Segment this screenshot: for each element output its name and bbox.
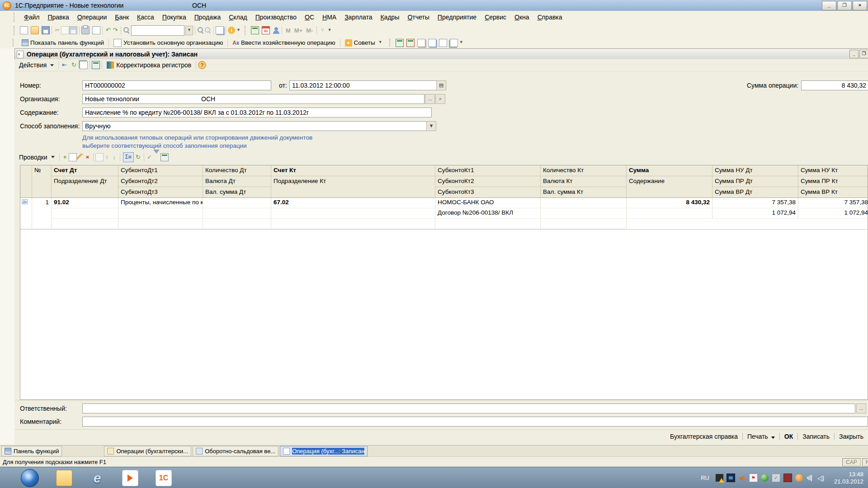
fill-method-dropdown-icon[interactable]: ▼: [426, 121, 436, 131]
doc-minimize-button[interactable]: _: [849, 50, 859, 58]
col-schet-dt[interactable]: Счет Дт: [52, 165, 118, 176]
col-kolichestvo-dt[interactable]: Количество Дт: [203, 165, 271, 176]
cell-valyuta-dt[interactable]: [203, 208, 271, 219]
actions-menu-button[interactable]: Действия: [16, 61, 57, 70]
internet-explorer-icon[interactable]: e: [90, 470, 105, 486]
menu-file[interactable]: Файл: [20, 12, 43, 22]
account-analysis-icon[interactable]: [428, 39, 436, 47]
open-icon[interactable]: [31, 26, 39, 34]
cell-subkonto-kt3[interactable]: [203, 219, 271, 229]
responsible-more-button[interactable]: ...: [856, 404, 866, 413]
user-search-icon[interactable]: [273, 27, 280, 34]
document-movements-list-icon[interactable]: [92, 61, 100, 69]
cell-val-summa-dt[interactable]: [118, 219, 203, 229]
fill-method-select[interactable]: Вручную: [82, 121, 436, 131]
set-flag-icon[interactable]: ✓: [146, 154, 153, 161]
device-tray-icon[interactable]: [783, 474, 792, 482]
operation-sum-field[interactable]: 8 430,32: [801, 80, 868, 90]
menu-salary[interactable]: Зарплата: [340, 12, 376, 22]
col-val-summa-kt[interactable]: Вал. сумма Кт: [541, 187, 627, 198]
show-totals-toggle[interactable]: Σн: [123, 152, 134, 162]
cell-kolichestvo-dt[interactable]: [203, 198, 271, 208]
cell-summa-nu-dt[interactable]: 7 357,38: [712, 198, 798, 208]
tab-operation-document[interactable]: Операция (бухг...: Записан: [280, 446, 368, 456]
copy-icon[interactable]: [61, 26, 69, 34]
redo-icon[interactable]: ↷: [112, 27, 119, 34]
menu-hr[interactable]: Кадры: [376, 12, 403, 22]
col-subkonto-dt3[interactable]: СубконтоДт3: [118, 187, 203, 198]
repost-icon[interactable]: ↻: [70, 61, 77, 69]
col-subkonto-dt1[interactable]: СубконтоДт1: [118, 165, 203, 176]
set-main-org-button[interactable]: Установить основную организацию: [111, 38, 225, 48]
move-up-icon[interactable]: ↑: [104, 154, 111, 161]
col-valyuta-kt[interactable]: Валюта Кт: [541, 176, 627, 187]
col-subkonto-dt2[interactable]: СубконтоДт2: [118, 176, 203, 187]
col-subkonto-kt3[interactable]: СубконтоКт3: [435, 187, 541, 198]
col-soderzhanie[interactable]: Содержание: [627, 176, 712, 198]
paste-icon[interactable]: [69, 26, 77, 34]
tab-turnover-balance[interactable]: Оборотно-сальдовая ве...: [193, 446, 278, 456]
accounting-reference-button[interactable]: Бухгалтерская справка: [665, 432, 742, 441]
menu-service[interactable]: Сервис: [481, 12, 510, 22]
menu-cash[interactable]: Касса: [133, 12, 158, 22]
volume-tray-icon[interactable]: ◁): [817, 474, 825, 482]
date-field[interactable]: 11.03.2012 12:00:00: [289, 80, 437, 90]
menu-nma[interactable]: НМА: [318, 12, 340, 22]
audio-tray-icon[interactable]: ◀): [738, 474, 746, 482]
cell-summa-vr-kt[interactable]: [541, 219, 627, 229]
find-prev-icon[interactable]: [205, 27, 210, 33]
col-summa-nu-dt[interactable]: Сумма НУ Дт: [712, 165, 798, 176]
search-input[interactable]: [131, 25, 184, 36]
menu-operations[interactable]: Операции: [73, 12, 111, 22]
new-document-icon[interactable]: [20, 26, 28, 34]
copy-row-icon[interactable]: [69, 153, 77, 161]
cell-subkonto-dt3[interactable]: [52, 219, 118, 229]
calendar-icon[interactable]: 31: [262, 26, 270, 34]
signal-tray-icon[interactable]: [806, 474, 814, 482]
move-down-icon[interactable]: ↓: [111, 154, 118, 161]
cell-schet-dt[interactable]: 91.02: [52, 198, 118, 208]
comment-field[interactable]: [82, 417, 868, 427]
toolbar-drag-handle[interactable]: [14, 13, 16, 22]
register-correction-button[interactable]: Корректировка регистров: [104, 61, 194, 70]
close-button[interactable]: ×: [853, 1, 867, 10]
cell-subkonto-dt2[interactable]: [118, 208, 203, 219]
tab-operations-journal[interactable]: Операции (бухгалтерски...: [104, 446, 191, 456]
calendar-picker-icon[interactable]: ▤: [436, 80, 446, 90]
more-tools-dropdown-icon[interactable]: ▼: [458, 38, 465, 47]
alert-tray-icon[interactable]: [716, 474, 723, 482]
col-kolichestvo-kt[interactable]: Количество Кт: [541, 165, 627, 176]
number-field[interactable]: НТ000000002: [82, 80, 271, 90]
minimize-button[interactable]: _: [822, 1, 836, 10]
antivirus-tray-icon[interactable]: [761, 474, 769, 482]
col-podrazdelenie-kt[interactable]: Подразделение Кт: [271, 176, 435, 198]
col-podrazdelenie-dt[interactable]: Подразделение Дт: [52, 176, 118, 198]
save-icon[interactable]: [42, 26, 50, 34]
memory-plus-button[interactable]: M+: [292, 27, 304, 34]
menu-production[interactable]: Производство: [251, 12, 301, 22]
close-form-button[interactable]: Закрыть: [835, 432, 868, 441]
update-tray-icon[interactable]: [795, 474, 803, 482]
info-icon[interactable]: i: [228, 27, 235, 34]
register-list-icon[interactable]: [439, 39, 447, 47]
cell-summa-pr-kt[interactable]: 1 072,94: [798, 208, 868, 219]
doc-restore-button[interactable]: ❐: [859, 50, 868, 58]
menu-purchase[interactable]: Покупка: [158, 12, 190, 22]
network-error-tray-icon[interactable]: ⚑: [749, 474, 758, 482]
document-window-titlebar[interactable]: Операция (бухгалтерский и налоговый учет…: [14, 48, 868, 60]
organization-more-button[interactable]: ...: [425, 94, 435, 104]
cell-valyuta-kt[interactable]: [541, 208, 627, 219]
display-tray-icon[interactable]: [726, 474, 735, 482]
cut-icon[interactable]: ✂: [54, 27, 61, 34]
col-val-summa-dt[interactable]: Вал. сумма Дт: [203, 187, 271, 198]
find-next-icon[interactable]: [198, 27, 203, 33]
tips-button[interactable]: ✦ Советы ▼: [343, 38, 386, 48]
find-icon[interactable]: [123, 27, 129, 33]
show-function-panel-button[interactable]: Показать панель функций: [19, 38, 106, 47]
write-button[interactable]: Записать: [798, 432, 834, 441]
list-settings-icon[interactable]: [160, 153, 169, 161]
add-row-icon[interactable]: +: [61, 154, 69, 161]
provodki-table[interactable]: № Счет Дт СубконтоДт1 Количество Дт Счет…: [20, 165, 868, 400]
col-summa-vr-kt[interactable]: Сумма ВР Кт: [798, 187, 868, 198]
filter-icon[interactable]: [153, 150, 160, 161]
